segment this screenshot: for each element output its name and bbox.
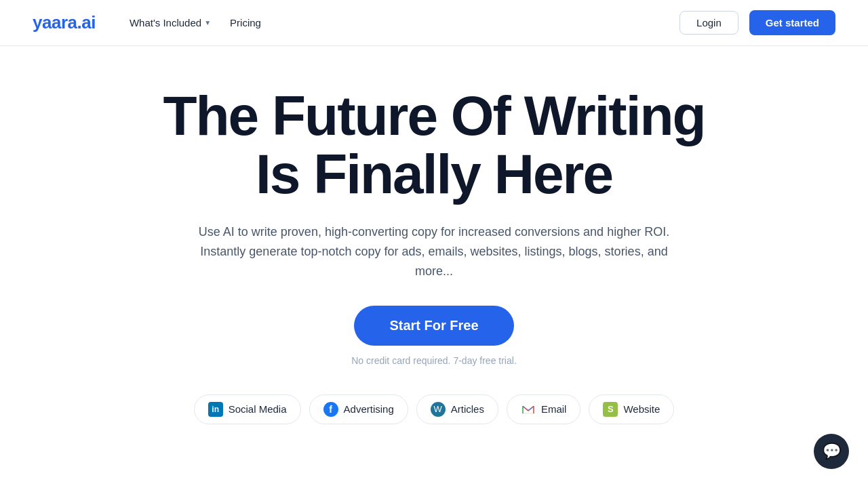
nav-item-pricing[interactable]: Pricing — [223, 13, 268, 33]
logo-text: yaara.ai — [33, 12, 96, 33]
navbar: yaara.ai What's Included ▼ Pricing Login… — [0, 0, 868, 46]
hero-title-line1: The Future Of Writing — [163, 85, 705, 146]
wordpress-icon: W — [431, 402, 446, 417]
linkedin-icon: in — [208, 402, 223, 417]
start-for-free-button[interactable]: Start For Free — [354, 306, 513, 346]
pill-articles[interactable]: W Articles — [416, 394, 498, 424]
hero-title-line2: Is Finally Here — [256, 143, 612, 205]
logo[interactable]: yaara.ai — [33, 12, 96, 33]
nav-item-whats-included[interactable]: What's Included ▼ — [123, 13, 218, 33]
pill-website-label: Website — [623, 403, 660, 415]
pill-email[interactable]: Email — [507, 394, 581, 424]
chevron-down-icon: ▼ — [204, 19, 211, 26]
gmail-icon — [521, 402, 536, 417]
pill-articles-label: Articles — [451, 403, 484, 415]
pill-website[interactable]: S Website — [589, 394, 674, 424]
navbar-right: Login Get started — [679, 10, 835, 35]
chat-button[interactable]: 💬 — [814, 434, 849, 469]
pill-advertising-label: Advertising — [344, 403, 394, 415]
login-button[interactable]: Login — [679, 11, 738, 35]
pill-advertising[interactable]: f Advertising — [309, 394, 408, 424]
nav-links: What's Included ▼ Pricing — [123, 13, 268, 33]
nav-whats-included-label: What's Included — [130, 17, 201, 28]
chat-icon: 💬 — [823, 443, 841, 460]
pill-email-label: Email — [541, 403, 567, 415]
facebook-icon: f — [323, 402, 338, 417]
pill-social-media-label: Social Media — [229, 403, 287, 415]
nav-pricing-label: Pricing — [230, 17, 261, 28]
shopify-icon: S — [603, 402, 618, 417]
no-credit-card-text: No credit card required. 7-day free tria… — [351, 355, 517, 366]
hero-title: The Future Of Writing Is Finally Here — [163, 87, 705, 203]
hero-subtitle: Use AI to write proven, high-converting … — [190, 222, 678, 281]
category-pills: in Social Media f Advertising W Articles — [194, 394, 675, 424]
navbar-left: yaara.ai What's Included ▼ Pricing — [33, 12, 268, 33]
get-started-button[interactable]: Get started — [749, 10, 835, 35]
hero-section: The Future Of Writing Is Finally Here Us… — [0, 46, 868, 451]
pill-social-media[interactable]: in Social Media — [194, 394, 301, 424]
